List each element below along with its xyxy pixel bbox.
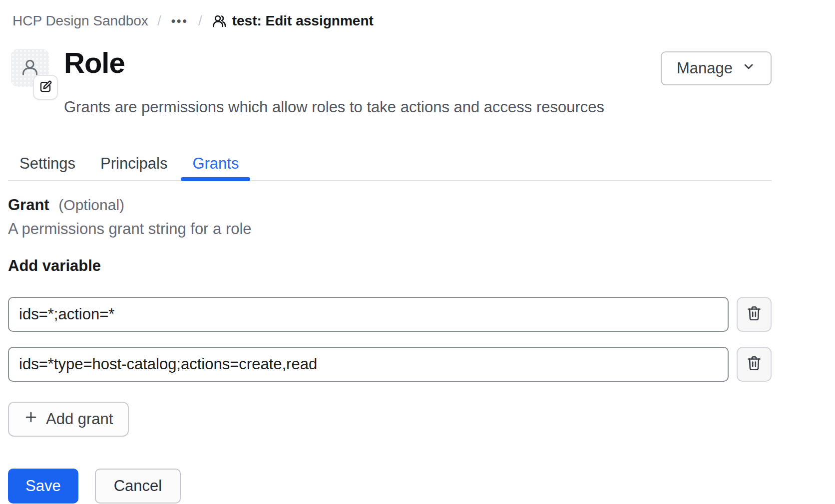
trash-icon (746, 355, 763, 373)
tab-grants[interactable]: Grants (181, 147, 250, 180)
save-button[interactable]: Save (8, 469, 78, 504)
header-text-block: Role Grants are permissions which allow … (64, 49, 661, 116)
manage-button-label: Manage (677, 59, 733, 77)
breadcrumb-item-current: test: Edit assignment (211, 13, 374, 29)
grant-field-optional: (Optional) (58, 197, 124, 213)
grant-field-label: Grant (8, 196, 49, 214)
tab-bar: Settings Principals Grants (8, 147, 772, 181)
role-avatar (11, 49, 49, 87)
breadcrumb-separator: / (198, 13, 202, 29)
delete-grant-button-2[interactable] (737, 347, 772, 382)
grants-form: Grant (Optional) A permissions grant str… (8, 196, 772, 504)
grant-string-input-2[interactable] (8, 347, 729, 382)
grant-string-input-1[interactable] (8, 297, 729, 332)
tab-settings[interactable]: Settings (8, 147, 87, 180)
grant-field-help-text: A permissions grant string for a role (8, 220, 772, 238)
grant-row (8, 347, 772, 382)
plus-icon (24, 410, 38, 428)
page-subtitle: Grants are permissions which allow roles… (64, 98, 661, 116)
role-edit-page: HCP Design Sandbox / ••• / test: Edit as… (8, 0, 772, 504)
grant-field-label-row: Grant (Optional) (8, 196, 772, 214)
grant-row (8, 297, 772, 332)
delete-grant-button-1[interactable] (737, 297, 772, 332)
breadcrumb-ellipsis-menu[interactable]: ••• (170, 14, 189, 28)
add-grant-button-label: Add grant (46, 410, 113, 428)
breadcrumb-separator: / (157, 13, 161, 29)
form-actions: Save Cancel (8, 469, 772, 504)
tab-principals[interactable]: Principals (89, 147, 179, 180)
breadcrumb-current-label: test: Edit assignment (232, 13, 374, 29)
add-grant-button[interactable]: Add grant (8, 402, 129, 437)
trash-icon (746, 305, 763, 323)
breadcrumb-item-hcp-design-sandbox[interactable]: HCP Design Sandbox (12, 13, 148, 29)
tab-grants-label: Grants (192, 155, 239, 173)
add-variable-label: Add variable (8, 257, 772, 275)
edit-avatar-button[interactable] (33, 75, 58, 100)
cancel-button[interactable]: Cancel (95, 469, 181, 504)
breadcrumb: HCP Design Sandbox / ••• / test: Edit as… (8, 0, 772, 29)
chevron-down-icon (742, 59, 756, 77)
tab-principals-label: Principals (100, 155, 167, 173)
page-title: Role (64, 47, 661, 79)
page-header: Role Grants are permissions which allow … (8, 49, 772, 116)
users-icon (211, 13, 227, 29)
manage-button[interactable]: Manage (661, 51, 772, 85)
edit-icon (39, 80, 52, 95)
tab-settings-label: Settings (19, 155, 75, 173)
